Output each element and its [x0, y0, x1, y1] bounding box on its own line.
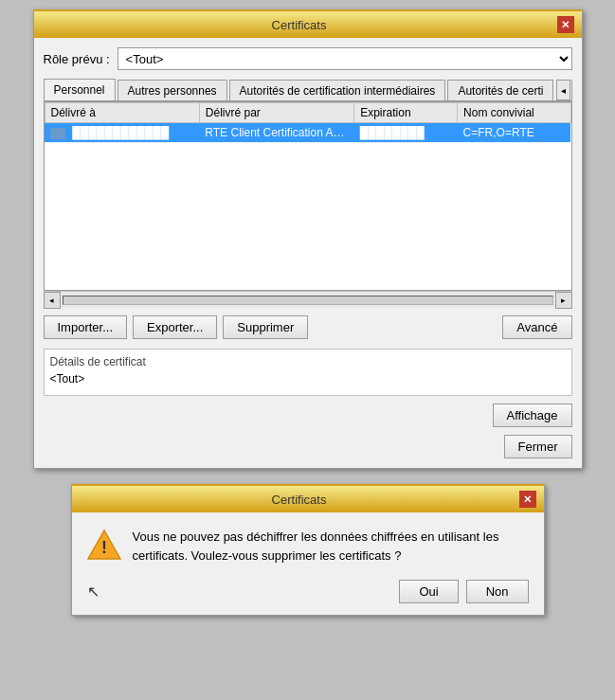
display-button[interactable]: Affichage: [493, 404, 572, 427]
role-label: Rôle prévu :: [44, 52, 110, 66]
details-section: Détails de certificat <Tout>: [44, 349, 572, 396]
confirm-dialog-window: Certificats ✕ ! Vous ne pouvez pas déchi…: [71, 484, 545, 616]
cursor-area: ↖: [87, 583, 392, 601]
scroll-track: [63, 296, 553, 305]
tab-autorites-certi[interactable]: Autorités de certi: [447, 80, 553, 101]
cell-delivered-to: ████████████: [45, 123, 199, 143]
cell-expiration: ████████: [354, 123, 458, 143]
dialog-body: ! Vous ne pouvez pas déchiffrer les donn…: [72, 512, 544, 615]
warning-icon: !: [87, 528, 121, 562]
col-delivered-by: Délivré par: [199, 103, 353, 123]
col-delivered-to: Délivré à: [45, 103, 199, 123]
details-title: Détails de certificat: [50, 355, 566, 368]
tabs-container: Personnel Autres personnes Autorités de …: [44, 78, 572, 101]
cell-delivered-by: RTE Client Certification Authority....: [199, 123, 353, 143]
tab-nav-prev-button[interactable]: ◂: [556, 80, 570, 100]
certificates-table: Délivré à Délivré par Expiration Nom con…: [45, 102, 571, 143]
yes-button[interactable]: Oui: [399, 580, 458, 603]
table-row[interactable]: ████████████ RTE Client Certification Au…: [45, 123, 570, 143]
delete-button[interactable]: Supprimer: [223, 315, 308, 339]
dialog-message: Vous ne pouvez pas déchiffrer les donnée…: [133, 528, 529, 565]
tab-autres-personnes[interactable]: Autres personnes: [118, 80, 227, 101]
tab-autorites-intermediaires[interactable]: Autorités de certification intermédiaire…: [229, 80, 446, 101]
details-value: <Tout>: [50, 372, 566, 386]
tab-personnel[interactable]: Personnel: [44, 79, 116, 101]
action-buttons-row: Importer... Exporter... Supprimer Avancé: [44, 315, 572, 339]
close-button-row: Fermer: [44, 435, 572, 458]
no-button[interactable]: Non: [466, 580, 529, 603]
scroll-left-button[interactable]: ◂: [44, 292, 61, 309]
export-button[interactable]: Exporter...: [133, 315, 217, 339]
advanced-button[interactable]: Avancé: [502, 315, 571, 339]
scroll-right-button[interactable]: ▸: [555, 292, 572, 309]
dialog-content: ! Vous ne pouvez pas déchiffrer les donn…: [87, 528, 529, 565]
dialog-title: Certificats: [80, 493, 519, 507]
col-expiration: Expiration: [354, 103, 458, 123]
main-window-body: Rôle prévu : <Tout> Personnel Autres per…: [34, 38, 582, 468]
cell-friendly-name: C=FR,O=RTE: [458, 123, 570, 143]
main-certificates-window: Certificats ✕ Rôle prévu : <Tout> Person…: [33, 9, 583, 469]
horizontal-scrollbar: ◂ ▸: [44, 291, 572, 308]
display-button-row: Affichage: [44, 404, 572, 427]
dialog-close-button[interactable]: ✕: [519, 491, 536, 508]
main-close-button[interactable]: ✕: [557, 16, 574, 33]
main-title: Certificats: [42, 18, 557, 32]
role-row: Rôle prévu : <Tout>: [44, 47, 572, 70]
col-friendly-name: Nom convivial: [458, 103, 570, 123]
dialog-titlebar: Certificats ✕: [72, 486, 544, 512]
main-titlebar: Certificats ✕: [34, 11, 582, 38]
role-select[interactable]: <Tout>: [118, 47, 572, 70]
svg-text:!: !: [101, 538, 107, 557]
import-button[interactable]: Importer...: [44, 315, 128, 339]
certificates-table-container: Délivré à Délivré par Expiration Nom con…: [44, 101, 572, 291]
dialog-buttons-row: ↖ Oui Non: [87, 580, 529, 603]
close-button[interactable]: Fermer: [504, 435, 572, 458]
